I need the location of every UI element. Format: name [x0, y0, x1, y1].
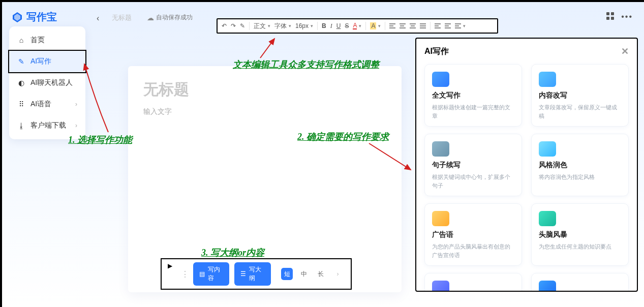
- ai-card-4[interactable]: 广告语为您的产品头脑风暴出有创意的广告宣传语: [424, 203, 522, 266]
- body-input[interactable]: 输入文字: [143, 107, 386, 116]
- ai-card-desc: 为您的产品头脑风暴出有创意的广告宣传语: [432, 242, 514, 259]
- ai-card-icon: [539, 211, 556, 226]
- align-right-button[interactable]: [410, 23, 416, 28]
- bold-button[interactable]: B: [322, 22, 326, 29]
- sidebar-item-ai-write[interactable]: ✎ AI写作: [8, 50, 86, 73]
- ai-card-title: 风格润色: [539, 161, 621, 170]
- ai-card-7[interactable]: [531, 273, 629, 292]
- sidebar-item-home[interactable]: ⌂ 首页: [9, 29, 85, 51]
- title-input[interactable]: 无标题: [143, 79, 386, 100]
- download-icon: ⭳: [17, 121, 25, 130]
- length-next-button[interactable]: ›: [332, 268, 344, 280]
- sidebar-item-label: 首页: [30, 36, 45, 45]
- ai-card-3[interactable]: 风格润色将内容润色为指定风格: [531, 134, 629, 196]
- align-justify-button[interactable]: [420, 23, 426, 28]
- italic-button[interactable]: I: [330, 22, 332, 30]
- font-size-select[interactable]: 16px: [295, 22, 313, 29]
- ai-card-title: 广告语: [432, 230, 514, 239]
- ai-write-panel: AI写作 ✕ 全文写作根据标题快速创建一篇完整的文章内容改写文章段落改写，保留原…: [415, 38, 638, 292]
- document-tab[interactable]: 无标题: [112, 13, 132, 22]
- ai-card-icon: [432, 141, 449, 157]
- annotation-toolbar: 文本编辑工具众多支持写作格式调整: [233, 58, 379, 71]
- undo-button[interactable]: ↶: [222, 22, 227, 29]
- write-action-bar: ▶ ⋮ ▤ 写内容 ☰ 写大纲 短 中 长 ›: [161, 258, 352, 290]
- sidebar-item-label: AI语音: [30, 100, 51, 109]
- ai-card-title: 句子续写: [432, 161, 514, 170]
- sidebar: ⌂ 首页 ✎ AI写作 ◐ AI聊天机器人 ⠿ AI语音 › ⭳ 客户端下载 ›: [9, 26, 85, 139]
- sidebar-item-label: 客户端下载: [30, 121, 66, 130]
- strike-button[interactable]: S: [345, 22, 349, 29]
- drag-handle-icon[interactable]: ⋮: [181, 269, 188, 279]
- chevron-right-icon: ›: [75, 101, 77, 108]
- write-content-label: 写内容: [208, 265, 223, 283]
- voice-icon: ⠿: [17, 100, 25, 108]
- list-ordered-button[interactable]: [435, 23, 441, 28]
- home-icon: ⌂: [17, 36, 25, 44]
- pencil-icon: ✎: [17, 57, 25, 66]
- list-unordered-button[interactable]: [445, 23, 451, 28]
- ai-card-6[interactable]: [424, 273, 522, 292]
- length-mid-button[interactable]: 中: [298, 268, 310, 280]
- redo-button[interactable]: ↷: [231, 22, 236, 29]
- ai-card-1[interactable]: 内容改写文章段落改写，保留原义一键成稿: [531, 64, 629, 127]
- more-icon[interactable]: •••: [621, 12, 633, 21]
- back-button[interactable]: ‹: [97, 14, 99, 23]
- ai-panel-title: AI写作: [424, 46, 449, 57]
- sidebar-item-label: AI聊天机器人: [30, 78, 73, 87]
- font-color-button[interactable]: A: [353, 22, 361, 29]
- write-outline-label: 写大纲: [249, 265, 264, 283]
- doc-icon: ▤: [199, 270, 205, 278]
- chevron-right-icon: ›: [75, 122, 77, 129]
- line-height-button[interactable]: [455, 23, 466, 28]
- annotation-3: 3. 写大纲or内容: [201, 247, 264, 259]
- write-outline-button[interactable]: ☰ 写大纲: [234, 262, 270, 286]
- ai-card-desc: 根据标题快速创建一篇完整的文章: [432, 103, 514, 120]
- annotation-arrow-1: [80, 61, 121, 137]
- ai-card-icon: [539, 72, 556, 87]
- length-short-button[interactable]: 短: [281, 268, 293, 280]
- close-icon[interactable]: ✕: [621, 46, 629, 57]
- underline-button[interactable]: U: [336, 22, 341, 29]
- format-painter-button[interactable]: ✎: [240, 22, 245, 29]
- ai-card-desc: 将内容润色为指定风格: [539, 173, 621, 181]
- autosave-text: 自动保存成功: [156, 13, 193, 22]
- list-icon: ☰: [240, 270, 246, 278]
- ai-card-title: 内容改写: [539, 91, 621, 100]
- ai-card-desc: 为您生成任何主题的知识要点: [539, 242, 621, 251]
- font-family-select[interactable]: 字体: [274, 22, 291, 30]
- ai-card-desc: 根据关键词或中心句，扩展多个句子: [432, 173, 514, 190]
- highlight-button[interactable]: A: [370, 22, 381, 29]
- ai-card-icon: [539, 141, 556, 157]
- write-content-button[interactable]: ▤ 写内容: [193, 262, 229, 286]
- ai-card-0[interactable]: 全文写作根据标题快速创建一篇完整的文章: [424, 64, 522, 127]
- ai-card-title: 头脑风暴: [539, 230, 621, 239]
- sidebar-item-download[interactable]: ⭳ 客户端下载 ›: [9, 115, 85, 136]
- sidebar-item-ai-chat[interactable]: ◐ AI聊天机器人: [9, 72, 85, 94]
- cloud-icon: ☁: [147, 14, 154, 22]
- annotation-2: 2. 确定需要的写作要求: [297, 131, 389, 143]
- ai-card-5[interactable]: 头脑风暴为您生成任何主题的知识要点: [531, 203, 629, 266]
- sidebar-item-ai-voice[interactable]: ⠿ AI语音 ›: [9, 94, 85, 115]
- play-icon[interactable]: ▶: [168, 262, 172, 269]
- ai-card-desc: 文章段落改写，保留原义一键成稿: [539, 103, 621, 120]
- editor-toolbar: ↶ ↷ ✎ 正文 字体 16px B I U S A A: [217, 18, 498, 34]
- apps-grid-icon[interactable]: [606, 12, 614, 21]
- align-left-button[interactable]: [389, 23, 395, 28]
- chat-icon: ◐: [17, 79, 25, 87]
- sidebar-item-label: AI写作: [30, 57, 51, 66]
- length-long-button[interactable]: 长: [315, 268, 326, 280]
- ai-card-2[interactable]: 句子续写根据关键词或中心句，扩展多个句子: [424, 134, 522, 196]
- ai-card-icon: [432, 211, 449, 226]
- ai-card-icon: [432, 281, 449, 292]
- annotation-1: 1. 选择写作功能: [68, 134, 132, 146]
- align-center-button[interactable]: [400, 23, 406, 28]
- ai-card-icon: [539, 281, 556, 292]
- paragraph-style-select[interactable]: 正文: [254, 22, 270, 30]
- ai-card-title: 全文写作: [432, 91, 514, 100]
- autosave-status: ☁ 自动保存成功: [147, 13, 193, 22]
- annotation-arrow-toolbar: [255, 36, 286, 61]
- ai-card-icon: [432, 72, 449, 87]
